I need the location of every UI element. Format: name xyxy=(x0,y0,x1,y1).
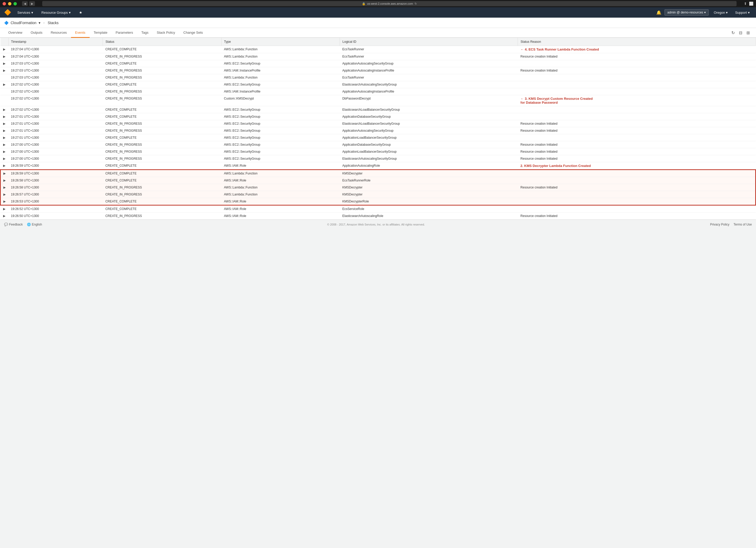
minimize-button[interactable] xyxy=(8,2,11,5)
expand-cell[interactable]: ▶ xyxy=(1,53,9,60)
region-menu[interactable]: Oregon ▾ xyxy=(712,10,730,16)
privacy-policy-link[interactable]: Privacy Policy xyxy=(710,223,730,226)
expand-icon[interactable]: ▶ xyxy=(3,122,5,125)
bell-icon[interactable]: 🔔 xyxy=(656,10,661,15)
col-status-reason[interactable]: Status Reason xyxy=(518,38,756,46)
col-status[interactable]: Status xyxy=(103,38,222,46)
expand-icon[interactable]: ▶ xyxy=(3,178,6,182)
annotation-text: 2. KMS Decrypter Lambda Function Created xyxy=(520,164,591,168)
fullscreen-icon[interactable]: ⬜ xyxy=(749,2,753,6)
expand-cell[interactable]: ▶ xyxy=(1,141,9,148)
expand-icon[interactable]: ▶ xyxy=(3,199,6,203)
support-menu[interactable]: Support ▾ xyxy=(733,10,752,16)
expand-icon[interactable]: ▶ xyxy=(3,69,5,72)
col-type[interactable]: Type xyxy=(221,38,340,46)
services-menu[interactable]: Services ▾ xyxy=(15,10,35,16)
expand-icon[interactable]: ▶ xyxy=(3,62,5,65)
expand-cell[interactable]: ▶ xyxy=(1,120,9,127)
expand-icon[interactable]: ▶ xyxy=(3,83,5,86)
expand-cell[interactable]: ▶ xyxy=(1,205,9,212)
tab-stack-policy[interactable]: Stack Policy xyxy=(153,28,179,38)
logical-id-cell: ApplicationLoadBalancerSecurityGroup xyxy=(340,134,518,141)
status-cell: CREATE_IN_PROGRESS xyxy=(103,141,222,148)
expand-cell[interactable]: ▶ xyxy=(1,212,9,219)
refresh-table-button[interactable]: ↻ xyxy=(730,29,736,36)
tab-events[interactable]: Events xyxy=(71,28,90,38)
footer: 💬 Feedback 🌐 English © 2008 - 2017, Amaz… xyxy=(0,219,756,229)
type-cell: AWS::Lambda::Function xyxy=(221,53,340,60)
back-button[interactable]: ◀ xyxy=(22,1,28,6)
type-cell: AWS::EC2::SecurityGroup xyxy=(221,141,340,148)
footer-feedback-link[interactable]: 💬 Feedback xyxy=(4,223,23,226)
url-bar[interactable]: 🔒 us-west-2.console.aws.amazon.com ↻ xyxy=(42,1,737,6)
tab-tags[interactable]: Tags xyxy=(137,28,153,38)
aws-logo: 🔶 xyxy=(4,9,11,16)
expand-cell[interactable]: ▶ xyxy=(1,127,9,134)
expand-icon[interactable]: ▶ xyxy=(3,185,6,189)
expand-icon[interactable]: ▶ xyxy=(3,47,5,51)
titlebar: ◀ ▶ 🔒 us-west-2.console.aws.amazon.com ↻… xyxy=(0,0,756,7)
expand-cell[interactable]: ▶ xyxy=(1,155,9,162)
expand-cell[interactable]: ▶ xyxy=(1,148,9,155)
aws-nav: 🔶 Services ▾ Resource Groups ▾ ★ 🔔 admin… xyxy=(0,7,756,18)
expand-cell[interactable]: ▶ xyxy=(1,67,9,74)
tab-outputs[interactable]: Outputs xyxy=(26,28,47,38)
expand-cell[interactable]: ▶ xyxy=(1,81,9,88)
pin-button[interactable]: ★ xyxy=(77,9,84,16)
resource-groups-menu[interactable]: Resource Groups ▾ xyxy=(39,10,73,16)
events-table-container: Timestamp Status Type Logical ID Status … xyxy=(0,38,756,219)
cf-brand[interactable]: 🔷 CloudFormation ▾ xyxy=(4,21,40,25)
settings-table-button[interactable]: ⊞ xyxy=(745,29,751,36)
expand-cell[interactable]: ▶ xyxy=(1,134,9,141)
status-reason-cell xyxy=(518,113,756,120)
logical-id-cell: EcsTaskRunner xyxy=(340,74,518,81)
close-button[interactable] xyxy=(3,2,6,5)
expand-cell[interactable]: ▶ xyxy=(1,170,9,177)
expand-icon[interactable]: ▶ xyxy=(3,143,5,146)
tab-resources[interactable]: Resources xyxy=(47,28,71,38)
expand-icon[interactable]: ▶ xyxy=(3,192,6,196)
status-cell: CREATE_COMPLETE xyxy=(103,198,222,205)
expand-icon[interactable]: ▶ xyxy=(3,157,5,160)
expand-icon[interactable]: ▶ xyxy=(3,214,5,218)
tab-change-sets[interactable]: Change Sets xyxy=(179,28,207,38)
expand-icon[interactable]: ▶ xyxy=(3,115,5,118)
expand-cell[interactable]: ▶ xyxy=(1,46,9,53)
expand-icon[interactable]: ▶ xyxy=(3,55,5,58)
share-icon[interactable]: ⬆ xyxy=(744,2,747,6)
expand-icon[interactable]: ▶ xyxy=(3,150,5,153)
tab-template[interactable]: Template xyxy=(90,28,112,38)
expand-cell[interactable]: ▶ xyxy=(1,106,9,113)
support-label: Support xyxy=(735,11,747,15)
expand-cell[interactable]: ▶ xyxy=(1,60,9,67)
expand-cell[interactable]: ▶ xyxy=(1,162,9,170)
expand-cell[interactable]: ▶ xyxy=(1,184,9,191)
expand-icon[interactable]: ▶ xyxy=(3,172,6,175)
expand-cell[interactable]: ▶ xyxy=(1,113,9,120)
logical-id-cell: ApplicationAutoscalingSecurityGroup xyxy=(340,127,518,134)
col-timestamp[interactable]: Timestamp xyxy=(8,38,103,46)
expand-icon[interactable]: ▶ xyxy=(3,129,5,132)
account-button[interactable]: admin @ demo-resources ▾ xyxy=(665,9,709,16)
table-row: ▶19:27:03 UTC+1300CREATE_IN_PROGRESSAWS:… xyxy=(1,67,756,74)
expand-icon[interactable]: ▶ xyxy=(3,164,5,167)
tab-parameters[interactable]: Parameters xyxy=(111,28,137,38)
forward-button[interactable]: ▶ xyxy=(29,1,35,6)
maximize-button[interactable] xyxy=(13,2,17,5)
table-row: ▶19:27:00 UTC+1300CREATE_IN_PROGRESSAWS:… xyxy=(1,148,756,155)
col-logical-id[interactable]: Logical ID xyxy=(340,38,518,46)
expand-icon[interactable]: ▶ xyxy=(3,207,5,211)
tab-overview[interactable]: Overview xyxy=(4,28,26,38)
status-reason-cell xyxy=(518,88,756,95)
expand-icon[interactable]: ▶ xyxy=(3,136,5,139)
refresh-icon[interactable]: ↻ xyxy=(415,2,417,5)
expand-cell[interactable]: ▶ xyxy=(1,191,9,198)
timestamp-cell: 19:27:03 UTC+1300 xyxy=(8,60,103,67)
timestamp-cell: 19:27:02 UTC+1300 xyxy=(8,81,103,88)
terms-of-use-link[interactable]: Terms of Use xyxy=(733,223,752,226)
expand-cell[interactable]: ▶ xyxy=(1,177,9,184)
filter-table-button[interactable]: ⊟ xyxy=(738,29,743,36)
footer-english-link[interactable]: 🌐 English xyxy=(27,223,42,226)
expand-cell[interactable]: ▶ xyxy=(1,198,9,205)
expand-icon[interactable]: ▶ xyxy=(3,108,5,111)
